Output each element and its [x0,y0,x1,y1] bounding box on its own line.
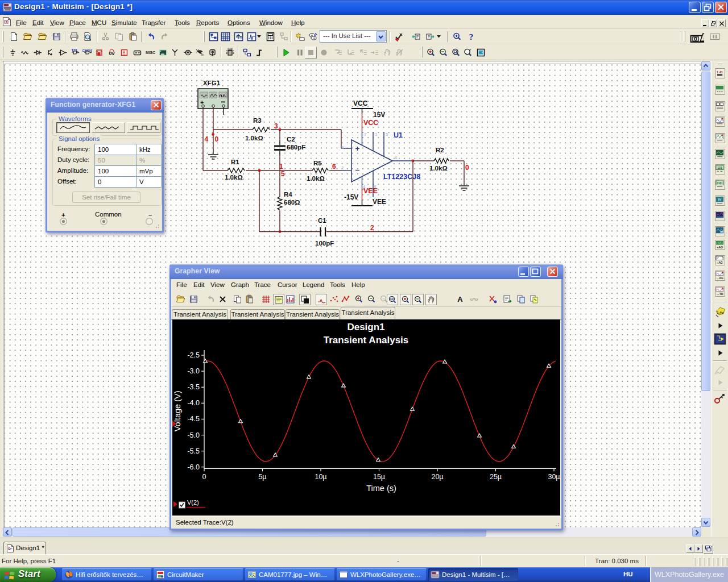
svg-text:15µ: 15µ [373,473,384,481]
svg-text:1.4v: 1.4v [717,311,723,314]
svg-text:A: A [457,295,463,304]
svg-text:sk: sk [201,53,204,56]
svg-text:-3.0: -3.0 [187,367,200,375]
svg-text:V(2): V(2) [187,499,199,506]
svg-text:CMOS: CMOS [82,48,92,52]
svg-text:+AG: +AG [717,246,723,249]
svg-text:25µ: 25µ [489,473,501,481]
svg-text:-4.5: -4.5 [187,415,200,423]
svg-text:ROM: ROM [228,48,232,50]
svg-text:Voltage (V): Voltage (V) [173,391,182,432]
svg-text:↔TH: ↔TH [717,292,723,296]
svg-text:0101: 0101 [717,182,723,185]
svg-text:-4.0: -4.0 [187,399,200,407]
svg-text:↔AG: ↔AG [716,276,723,280]
svg-text:-5.0: -5.0 [187,431,200,439]
svg-text:-2.5: -2.5 [187,351,200,359]
svg-text:20µ: 20µ [431,473,443,481]
svg-text:0: 0 [202,473,206,481]
svg-text:10µ: 10µ [315,473,326,481]
svg-text:0v: 0v [109,51,114,56]
svg-text:-3.5: -3.5 [187,383,200,391]
svg-text:TTL: TTL [72,48,78,52]
svg-text:?: ? [469,32,474,41]
svg-text:Time (s): Time (s) [366,484,396,493]
svg-text:1.41: 1.41 [717,70,723,74]
svg-text:-5.5: -5.5 [187,447,200,455]
svg-text:30µ: 30µ [548,473,560,481]
svg-text:: AG: : AG [717,261,723,264]
svg-text:5µ: 5µ [258,473,266,481]
svg-text:MISC: MISC [146,51,155,55]
svg-text:-6.0: -6.0 [187,463,200,471]
svg-text:123: 123 [717,166,722,169]
svg-text:100: 100 [382,297,386,300]
svg-text:IV: IV [718,198,722,201]
